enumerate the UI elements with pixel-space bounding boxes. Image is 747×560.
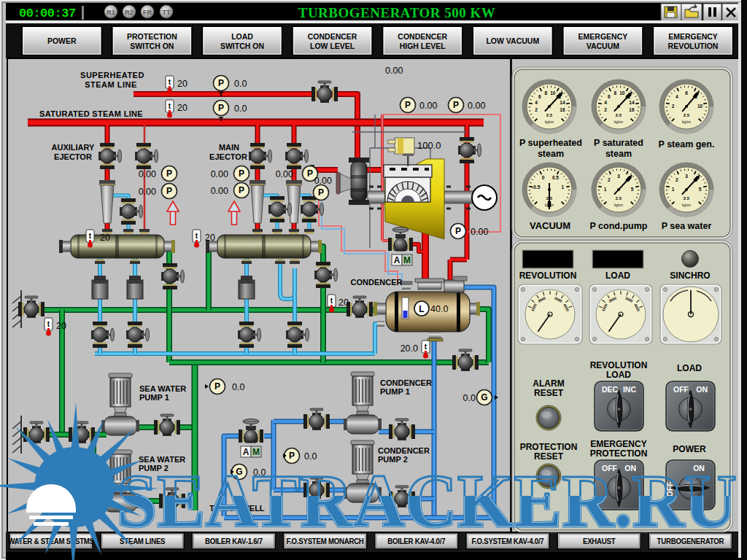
svg-text:P: P <box>455 226 461 236</box>
svg-text:2: 2 <box>676 177 678 182</box>
svg-text:TT: TT <box>163 9 171 16</box>
svg-text:P cond.pump: P cond.pump <box>590 221 648 231</box>
svg-text:LOAD: LOAD <box>231 32 253 41</box>
svg-text:0.00: 0.00 <box>211 186 228 196</box>
svg-text:HIGH LEVEL: HIGH LEVEL <box>400 42 446 50</box>
svg-text:0.00: 0.00 <box>139 187 156 197</box>
svg-text:LOAD: LOAD <box>606 370 631 380</box>
svg-text:14: 14 <box>629 100 635 105</box>
svg-text:10: 10 <box>619 90 625 96</box>
svg-text:0.00: 0.00 <box>385 66 403 76</box>
svg-text:M: M <box>252 447 260 457</box>
svg-text:CONDENCER: CONDENCER <box>351 278 403 287</box>
svg-text:M: M <box>403 255 411 265</box>
svg-text:P saturated: P saturated <box>594 138 643 148</box>
svg-text:REVOLUTION: REVOLUTION <box>590 360 648 370</box>
svg-text:6: 6 <box>608 94 611 99</box>
svg-text:14: 14 <box>560 100 565 105</box>
svg-text:P superheated: P superheated <box>519 138 582 148</box>
svg-text:PROTECTION: PROTECTION <box>127 32 177 41</box>
svg-text:SWITCH ON: SWITCH ON <box>130 42 174 50</box>
svg-text:100.0: 100.0 <box>417 140 441 151</box>
svg-text:0.00: 0.00 <box>211 169 228 179</box>
svg-text:EMERGENCY: EMERGENCY <box>668 32 718 41</box>
svg-text:20: 20 <box>338 298 349 308</box>
svg-text:2.5: 2.5 <box>684 113 690 117</box>
svg-text:INC: INC <box>623 385 637 394</box>
svg-text:kg/cm: kg/cm <box>614 120 623 124</box>
svg-text:20: 20 <box>56 321 66 331</box>
svg-text:VACUUM: VACUUM <box>530 220 570 231</box>
svg-text:0.00: 0.00 <box>139 169 156 179</box>
svg-text:EMERGENCY: EMERGENCY <box>590 439 646 449</box>
svg-text:2.5: 2.5 <box>546 113 553 117</box>
svg-text:PUMP 1: PUMP 1 <box>380 387 410 396</box>
svg-text:kg/cm: kg/cm <box>614 203 623 207</box>
svg-text:5: 5 <box>699 187 702 192</box>
svg-text:LOAD: LOAD <box>605 271 630 281</box>
svg-text:P sea water: P sea water <box>662 221 712 231</box>
svg-text:10: 10 <box>550 90 556 96</box>
svg-text:CONDENCER: CONDENCER <box>380 378 432 387</box>
svg-text:EJECTOR: EJECTOR <box>54 152 92 161</box>
svg-text:1: 1 <box>561 184 564 190</box>
svg-text:VACUUM: VACUUM <box>587 42 620 50</box>
svg-text:LOW VACUUM: LOW VACUUM <box>486 36 539 45</box>
svg-text:A: A <box>394 255 400 265</box>
svg-text:steam: steam <box>538 149 564 159</box>
svg-text:SUPERHEATED: SUPERHEATED <box>80 71 144 79</box>
svg-text:2: 2 <box>608 177 611 182</box>
svg-text:2.5: 2.5 <box>684 196 690 201</box>
svg-text:2: 2 <box>604 107 607 112</box>
svg-text:2.5: 2.5 <box>616 196 622 201</box>
svg-text:0.0: 0.0 <box>234 104 247 114</box>
svg-text:PROTECTION: PROTECTION <box>590 448 648 459</box>
svg-text:0.0: 0.0 <box>234 79 247 89</box>
svg-text:1: 1 <box>672 187 675 192</box>
svg-text:MAIN: MAIN <box>219 143 239 152</box>
svg-text:2.5: 2.5 <box>546 196 553 201</box>
svg-text:0.00: 0.00 <box>419 101 437 111</box>
svg-text:TURBOGENERATOR 500 KW: TURBOGENERATOR 500 KW <box>298 5 496 20</box>
svg-text:POWER: POWER <box>47 36 77 45</box>
svg-text:20: 20 <box>177 79 187 89</box>
svg-text:STEAM LINE: STEAM LINE <box>85 80 137 89</box>
svg-text:2: 2 <box>535 107 538 112</box>
svg-text:40.0: 40.0 <box>430 304 448 314</box>
svg-text:POWER: POWER <box>673 444 706 454</box>
svg-text:CONDENCER: CONDENCER <box>308 32 357 41</box>
svg-text:20.0: 20.0 <box>400 343 418 354</box>
svg-text:LOAD: LOAD <box>677 363 702 373</box>
svg-text:OFF: OFF <box>673 385 689 394</box>
svg-text:ALARM: ALARM <box>533 378 564 389</box>
svg-text:3: 3 <box>617 174 620 179</box>
svg-text:P steam gen.: P steam gen. <box>659 139 715 149</box>
svg-text:RESET: RESET <box>534 388 564 398</box>
svg-text:4: 4 <box>535 100 538 105</box>
svg-text:16: 16 <box>629 107 635 112</box>
svg-text:R1: R1 <box>107 9 115 16</box>
svg-text:20: 20 <box>100 233 110 243</box>
svg-text:steam: steam <box>605 149 632 159</box>
svg-text:0.00: 0.00 <box>468 101 485 111</box>
svg-text:20: 20 <box>205 233 215 243</box>
svg-text:20: 20 <box>177 103 187 113</box>
svg-text:0.5: 0.5 <box>552 175 559 180</box>
svg-text:kg/cm: kg/cm <box>545 120 554 124</box>
svg-text:4: 4 <box>604 100 607 105</box>
svg-text:FR: FR <box>143 9 152 16</box>
svg-text:PUMP 1: PUMP 1 <box>139 393 169 402</box>
svg-text:LOW LEVEL: LOW LEVEL <box>310 42 355 50</box>
svg-text:4: 4 <box>676 94 678 99</box>
svg-text:DEC: DEC <box>602 385 619 394</box>
svg-text:0.00: 0.00 <box>276 169 293 179</box>
svg-text:EJECTOR: EJECTOR <box>209 152 247 161</box>
svg-text:ON: ON <box>696 385 708 394</box>
svg-text:CONDENCER: CONDENCER <box>398 32 447 41</box>
svg-text:6: 6 <box>685 90 688 96</box>
svg-text:A: A <box>243 447 249 457</box>
svg-text:3: 3 <box>685 174 688 179</box>
svg-text:AUXILIARY: AUXILIARY <box>52 143 96 152</box>
svg-text:kg/cm: kg/cm <box>682 203 691 207</box>
svg-text:L: L <box>419 304 424 314</box>
